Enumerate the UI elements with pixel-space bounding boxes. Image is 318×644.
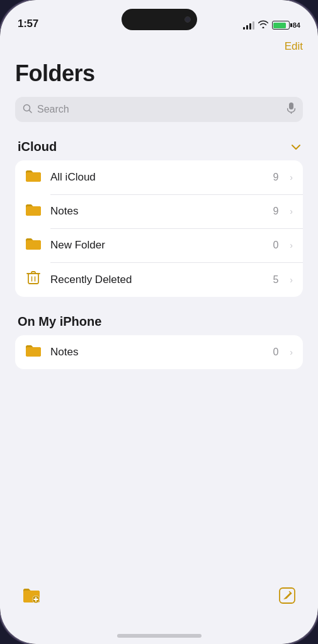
new-folder-button[interactable] [23,587,40,608]
status-time: 1:57 [18,18,38,30]
phone-shell: 1:57 [0,0,318,644]
folder-count-new-folder: 0 [273,240,278,251]
folder-chevron-recently-deleted: › [290,275,293,285]
signal-bar-3 [249,23,251,30]
folder-count-all-icloud: 9 [273,172,278,183]
icloud-chevron-down-icon[interactable] [292,142,300,153]
folder-name-recently-deleted: Recently Deleted [50,274,264,286]
icloud-section-title: iCloud [18,140,57,154]
folder-item-notes-icloud[interactable]: Notes 9 › [15,194,303,228]
folder-icon [25,343,42,361]
folder-count-notes-iphone: 0 [273,347,278,358]
folder-chevron-all-icloud: › [290,172,293,182]
home-indicator [117,634,202,638]
on-iphone-folder-list: Notes 0 › [15,335,303,369]
folder-icon [25,203,42,220]
battery-body [272,21,290,30]
search-bar[interactable]: Search [15,97,303,122]
camera-dot [185,16,191,23]
folder-item-new-folder[interactable]: New Folder 0 › [15,228,303,262]
folder-icon [25,169,42,186]
battery-fill [273,23,285,28]
signal-bar-1 [243,27,245,30]
svg-rect-1 [289,103,293,109]
main-content: Edit Folders Search [0,35,318,577]
battery-icon: 84 [272,21,300,30]
compose-button[interactable] [279,587,295,608]
mic-icon [287,103,295,117]
icloud-section-header: iCloud [15,140,303,154]
folder-chevron-notes-iphone: › [290,347,293,357]
folder-count-notes-icloud: 9 [273,206,278,217]
signal-bar-2 [246,25,248,30]
trash-icon [25,270,42,289]
folder-name-notes-iphone: Notes [50,346,264,358]
battery-tip [290,23,292,27]
wifi-icon [258,20,268,30]
folder-name-new-folder: New Folder [50,239,264,252]
toolbar [0,577,318,634]
svg-rect-3 [28,274,38,284]
folder-name-all-icloud: All iCloud [50,171,264,184]
battery-percent: 84 [293,21,300,29]
edit-button[interactable]: Edit [285,38,303,55]
folder-item-all-icloud[interactable]: All iCloud 9 › [15,160,303,194]
status-icons: 84 [243,20,300,30]
folder-item-recently-deleted[interactable]: Recently Deleted 5 › [15,262,303,297]
screen: 1:57 [0,0,318,644]
search-icon [23,104,32,116]
search-placeholder: Search [37,104,282,115]
dynamic-island [122,9,197,30]
folder-item-notes-iphone[interactable]: Notes 0 › [15,335,303,369]
folder-chevron-notes-icloud: › [290,206,293,216]
icloud-folder-list: All iCloud 9 › Notes 9 › [15,160,303,297]
folder-chevron-new-folder: › [290,240,293,250]
on-iphone-section-title: On My iPhone [18,314,101,329]
folder-name-notes-icloud: Notes [50,205,264,218]
folder-icon [25,236,42,254]
signal-bars-icon [243,21,254,30]
signal-bar-4 [253,21,254,30]
folder-count-recently-deleted: 5 [273,274,278,286]
on-iphone-section-header: On My iPhone [15,314,303,329]
page-title: Folders [15,60,303,87]
header-row: Edit [15,35,303,60]
